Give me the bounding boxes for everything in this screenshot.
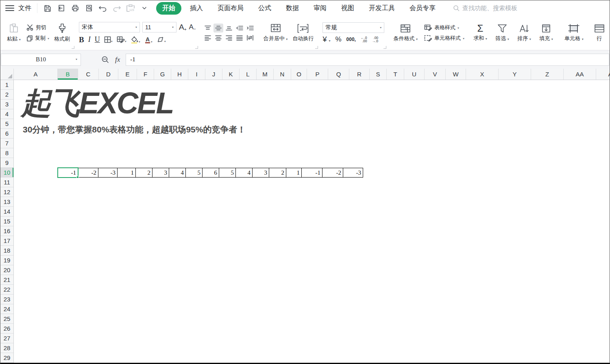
cell-style-button[interactable]: 单元格样式 ▾ (424, 35, 464, 42)
tab-page-layout[interactable]: 页面布局 (211, 2, 250, 15)
cell-K10[interactable]: 5 (219, 168, 236, 178)
table-style-button[interactable]: 表格样式 ▾ (424, 24, 464, 31)
justify-button[interactable] (235, 33, 244, 42)
sort-button[interactable]: 排序 ▾ (515, 23, 534, 43)
borders-button[interactable]: ▾ (104, 36, 113, 43)
align-middle-button[interactable] (214, 24, 223, 32)
cells-button[interactable]: 单元格 ▾ (562, 23, 586, 43)
column-header-X[interactable]: X (466, 69, 499, 80)
align-right-button[interactable] (224, 33, 234, 42)
column-header-M[interactable]: M (257, 69, 274, 80)
row-header-26[interactable]: 26 (0, 324, 13, 334)
column-header-H[interactable]: H (171, 69, 188, 80)
row-header-11[interactable]: 11 (0, 178, 13, 187)
draw-border-button[interactable]: ▾ (117, 36, 126, 43)
column-header-S[interactable]: S (370, 69, 387, 80)
column-header-P[interactable]: P (307, 69, 328, 80)
row-header-25[interactable]: 25 (0, 314, 13, 324)
bold-button[interactable]: B (79, 35, 84, 44)
cell-N10[interactable]: 2 (269, 168, 286, 178)
file-menu[interactable]: 文件 (18, 4, 31, 13)
sum-button[interactable]: Σ 求和 ▾ (471, 23, 490, 43)
paste-button[interactable]: 粘贴 ▾ (4, 22, 23, 43)
cell-G10[interactable]: 3 (152, 168, 169, 178)
toolbar-chevron-down-icon[interactable] (139, 3, 150, 13)
align-left-button[interactable] (203, 33, 213, 42)
font-family-select[interactable]: 宋体▾ (79, 22, 140, 32)
cell-P10[interactable]: -1 (301, 168, 322, 178)
row-header-5[interactable]: 5 (0, 119, 13, 129)
decrease-font-size-button[interactable]: A− (189, 23, 196, 31)
copy-button[interactable]: 复制 ▾ (26, 35, 49, 42)
cell-D10[interactable]: -3 (98, 168, 118, 178)
cell-E10[interactable]: 1 (117, 168, 136, 178)
cell-Q10[interactable]: -2 (322, 168, 343, 178)
tab-membership[interactable]: 会员专享 (403, 2, 442, 15)
alignment-dialog-launcher[interactable] (315, 46, 318, 49)
tab-insert[interactable]: 插入 (184, 2, 209, 15)
eraser-button[interactable]: ▾ (157, 37, 166, 43)
align-bottom-button[interactable] (224, 24, 234, 32)
column-header-K[interactable]: K (222, 69, 240, 80)
row-header-12[interactable]: 12 (0, 187, 13, 197)
save-icon[interactable] (42, 3, 53, 13)
decrease-indent-button[interactable] (235, 24, 244, 32)
column-header-V[interactable]: V (425, 69, 446, 80)
cell-L10[interactable]: 4 (235, 168, 253, 178)
column-header-O[interactable]: O (291, 69, 307, 80)
tab-view[interactable]: 视图 (335, 2, 360, 15)
name-box[interactable]: B10 ▾ (1, 54, 81, 66)
select-all-corner[interactable] (0, 69, 14, 80)
merge-center-button[interactable]: 合并居中 ▾ (261, 23, 290, 43)
tab-developer[interactable]: 开发工具 (363, 2, 401, 15)
column-header-J[interactable]: J (205, 69, 222, 80)
rows-columns-button[interactable]: 行 (590, 23, 609, 43)
cell-B10[interactable]: -1 (58, 168, 78, 178)
font-size-select[interactable]: 11▾ (142, 22, 176, 32)
align-center-button[interactable] (214, 33, 223, 42)
cell-M10[interactable]: 3 (252, 168, 269, 178)
row-header-17[interactable]: 17 (0, 236, 13, 246)
fill-button[interactable]: 填充 ▾ (537, 23, 556, 43)
column-header-B[interactable]: B (58, 69, 78, 80)
format-painter-button[interactable]: 格式刷 (52, 22, 72, 43)
cell-F10[interactable]: 2 (135, 168, 152, 178)
column-header-Y[interactable]: Y (499, 69, 531, 80)
print-preview-icon[interactable] (84, 3, 94, 13)
insert-function-icon[interactable]: fx (115, 56, 120, 64)
cell-H10[interactable]: 4 (169, 168, 186, 178)
export-icon[interactable] (56, 3, 67, 13)
currency-format-button[interactable]: ¥ ▾ (322, 35, 330, 44)
row-header-22[interactable]: 22 (0, 285, 13, 295)
row-header-16[interactable]: 16 (0, 226, 13, 236)
name-box-chevron-down-icon[interactable]: ▾ (76, 58, 77, 61)
filter-button[interactable]: 筛选 ▾ (493, 23, 512, 43)
underline-button[interactable]: U (95, 35, 100, 44)
column-header-C[interactable]: C (78, 69, 99, 80)
column-header-T[interactable]: T (387, 69, 404, 80)
font-dialog-launcher[interactable] (195, 46, 198, 49)
conditional-formatting-button[interactable]: 条件格式 ▾ (391, 23, 420, 43)
clipboard-dialog-launcher[interactable] (72, 46, 74, 49)
row-header-13[interactable]: 13 (0, 197, 13, 207)
zoom-out-icon[interactable] (101, 56, 109, 64)
percent-format-button[interactable]: % (335, 35, 341, 43)
row-header-3[interactable]: 3 (0, 100, 13, 109)
hamburger-menu-icon[interactable] (5, 5, 14, 11)
cut-button[interactable]: 剪切 (26, 24, 49, 31)
row-header-9[interactable]: 9 (0, 158, 13, 168)
number-dialog-launcher[interactable] (383, 46, 386, 49)
row-header-1[interactable]: 1 (0, 80, 13, 90)
number-format-select[interactable]: 常规▾ (322, 22, 384, 33)
column-header-F[interactable]: F (137, 69, 154, 80)
row-header-15[interactable]: 15 (0, 217, 13, 226)
column-header-A[interactable]: A (14, 69, 58, 80)
column-header-Z[interactable]: Z (531, 69, 564, 80)
grid-canvas[interactable]: 起飞EXCEL 30分钟，带您掌握80%表格功能，超越职场95%的竞争者！ -1… (14, 80, 610, 364)
tab-home[interactable]: 开始 (156, 2, 181, 15)
italic-button[interactable]: I (88, 35, 91, 44)
cell-I10[interactable]: 5 (185, 168, 203, 178)
paste-special-123-icon[interactable]: 123 (125, 3, 136, 13)
formula-input[interactable]: -1 (126, 54, 609, 66)
row-header-19[interactable]: 19 (0, 256, 13, 265)
